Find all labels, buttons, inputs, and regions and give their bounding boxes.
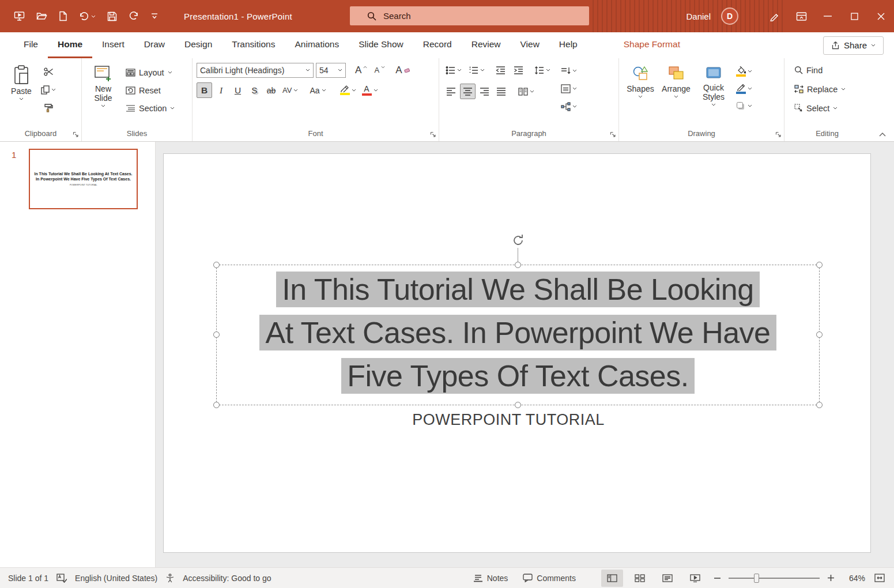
language-indicator[interactable]: English (United States): [75, 574, 157, 583]
resize-handle-middle-left[interactable]: [213, 331, 220, 338]
title-line-1[interactable]: In This Tutorial We Shall Be Looking: [276, 272, 759, 307]
paste-button[interactable]: Paste: [4, 62, 39, 126]
tab-help[interactable]: Help: [549, 32, 587, 58]
minimize-button[interactable]: [814, 0, 841, 32]
tab-review[interactable]: Review: [462, 32, 511, 58]
copy-button[interactable]: [39, 82, 58, 97]
resize-handle-middle-right[interactable]: [816, 331, 823, 338]
tab-home[interactable]: Home: [48, 32, 92, 58]
share-button[interactable]: Share: [823, 36, 884, 55]
shapes-button[interactable]: Shapes: [623, 62, 658, 126]
align-center-button[interactable]: [460, 84, 476, 99]
clipboard-dialog-launcher[interactable]: [73, 131, 78, 137]
underline-button[interactable]: U: [230, 82, 246, 98]
resize-handle-top-right[interactable]: [816, 262, 823, 268]
zoom-in-button[interactable]: [825, 575, 836, 581]
title-line-2[interactable]: At Text Cases. In Powerpoint We Have: [259, 315, 776, 350]
tab-transitions[interactable]: Transitions: [222, 32, 285, 58]
text-highlight-color-button[interactable]: [338, 82, 359, 98]
reset-button[interactable]: Reset: [123, 82, 178, 98]
selected-title-text[interactable]: In This Tutorial We Shall Be Looking At …: [217, 265, 819, 394]
zoom-percentage[interactable]: 64%: [842, 574, 865, 583]
strikethrough-button[interactable]: ab: [263, 82, 279, 98]
new-file-icon[interactable]: [59, 7, 67, 25]
tab-record[interactable]: Record: [413, 32, 462, 58]
maximize-button[interactable]: [841, 0, 867, 32]
tab-view[interactable]: View: [511, 32, 549, 58]
tab-shape-format[interactable]: Shape Format: [614, 32, 690, 58]
accessibility-status[interactable]: Accessibility: Good to go: [183, 574, 271, 583]
font-color-button[interactable]: A: [360, 82, 380, 98]
columns-button[interactable]: [516, 84, 537, 99]
slide-sorter-view-button[interactable]: [629, 570, 651, 587]
quick-styles-button[interactable]: Quick Styles: [695, 62, 733, 126]
tab-insert[interactable]: Insert: [92, 32, 134, 58]
justify-button[interactable]: [493, 84, 509, 99]
zoom-out-button[interactable]: [712, 578, 723, 579]
undo-button[interactable]: [79, 7, 96, 25]
start-slideshow-icon[interactable]: [14, 7, 25, 25]
save-icon[interactable]: [107, 7, 117, 25]
tab-draw[interactable]: Draw: [134, 32, 175, 58]
open-folder-icon[interactable]: [36, 7, 47, 25]
shape-outline-button[interactable]: [734, 81, 755, 96]
align-right-button[interactable]: [477, 84, 492, 99]
title-line-3[interactable]: Five Types Of Text Cases.: [341, 358, 694, 394]
decrease-font-size-button[interactable]: A: [372, 62, 387, 78]
customize-quick-access-icon[interactable]: [150, 7, 159, 25]
resize-handle-bottom-left[interactable]: [213, 402, 220, 408]
zoom-slider[interactable]: [729, 570, 820, 587]
reading-view-button[interactable]: [657, 570, 678, 587]
resize-handle-bottom-center[interactable]: [515, 402, 521, 408]
normal-view-button[interactable]: [601, 570, 623, 587]
slide[interactable]: In This Tutorial We Shall Be Looking At …: [163, 153, 871, 553]
slide-indicator[interactable]: Slide 1 of 1: [8, 574, 48, 583]
decrease-indent-button[interactable]: [493, 62, 508, 78]
tab-animations[interactable]: Animations: [285, 32, 349, 58]
line-spacing-button[interactable]: [532, 62, 553, 78]
subtitle-text[interactable]: POWERPOINT TUTORIAL: [164, 411, 853, 429]
rotate-handle[interactable]: [511, 233, 526, 248]
zoom-slider-track[interactable]: [729, 578, 820, 579]
character-spacing-button[interactable]: AV: [280, 82, 300, 98]
new-slide-button[interactable]: New Slide: [86, 62, 120, 126]
spell-check-icon[interactable]: [56, 574, 67, 583]
comments-button[interactable]: Comments: [518, 570, 580, 587]
avatar[interactable]: D: [721, 7, 738, 25]
replace-button[interactable]: Replace: [791, 81, 867, 97]
ink-pen-icon[interactable]: [761, 0, 788, 32]
search-box[interactable]: [350, 6, 589, 25]
select-button[interactable]: Select: [791, 100, 867, 116]
find-button[interactable]: Find: [791, 62, 867, 78]
close-button[interactable]: [867, 0, 894, 32]
shape-fill-button[interactable]: [734, 63, 755, 79]
text-shadow-button[interactable]: S: [247, 82, 262, 98]
shape-effects-button[interactable]: [734, 98, 755, 114]
slide-canvas[interactable]: In This Tutorial We Shall Be Looking At …: [156, 142, 894, 567]
user-name[interactable]: Daniel: [686, 12, 711, 21]
arrange-button[interactable]: Arrange: [659, 62, 693, 126]
increase-indent-button[interactable]: [511, 62, 526, 78]
redo-icon[interactable]: [129, 7, 139, 25]
numbering-button[interactable]: [466, 62, 487, 78]
increase-font-size-button[interactable]: A: [353, 62, 369, 78]
bold-button[interactable]: B: [197, 82, 212, 98]
search-input[interactable]: [383, 11, 556, 21]
tab-file[interactable]: File: [14, 32, 48, 58]
collapse-ribbon-button[interactable]: [879, 133, 886, 137]
slideshow-view-button[interactable]: [684, 570, 706, 587]
bullets-button[interactable]: [443, 62, 464, 78]
drawing-dialog-launcher[interactable]: [775, 131, 781, 137]
align-text-button[interactable]: [559, 81, 579, 96]
font-dialog-launcher[interactable]: [430, 131, 436, 137]
font-size-combobox[interactable]: 54: [316, 63, 346, 78]
fit-slide-to-window-button[interactable]: [871, 574, 888, 582]
tab-design[interactable]: Design: [175, 32, 222, 58]
ribbon-display-options-icon[interactable]: [788, 0, 814, 32]
slide-thumbnail[interactable]: In This Tutorial We Shall Be Looking At …: [29, 149, 138, 209]
resize-handle-top-center[interactable]: [515, 262, 521, 268]
convert-to-smartart-button[interactable]: [559, 99, 579, 114]
resize-handle-top-left[interactable]: [213, 262, 220, 268]
font-name-combobox[interactable]: Calibri Light (Headings): [197, 63, 314, 78]
resize-handle-bottom-right[interactable]: [816, 402, 823, 408]
